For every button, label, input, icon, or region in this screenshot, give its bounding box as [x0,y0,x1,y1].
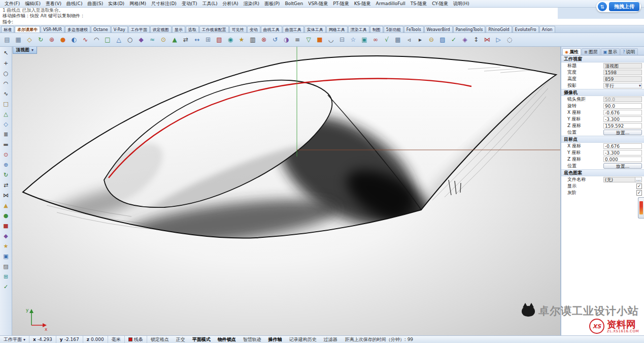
toolbar-icon[interactable]: ⇄ [181,35,191,45]
units-cell[interactable]: 毫米 [108,336,125,343]
side-toolbar-icon[interactable]: ★ [2,241,11,251]
side-toolbar-icon[interactable]: ↻ [2,170,11,179]
toolbar-tab[interactable]: 制图 [370,26,383,33]
toolbar-icon[interactable]: ■ [315,35,325,45]
property-value[interactable]: 顶视图 [603,63,642,69]
toolbar-icon[interactable]: ▤ [2,35,12,45]
menu-item[interactable]: KS-随意 [352,0,374,8]
toolbar-icon[interactable]: ● [58,35,68,45]
toolbar-icon[interactable]: ▣ [359,35,369,45]
active-layer-cell[interactable]: 线条 [125,336,147,343]
property-value[interactable]: 50.0 [603,97,642,102]
toolbar-icon[interactable]: ◡ [326,35,336,45]
status-toggle[interactable]: 记录建构历史 [286,336,320,343]
side-toolbar-icon[interactable]: ○ [2,69,11,78]
upload-button[interactable]: 拖拽上传 [609,2,639,11]
menu-item[interactable]: 说明(H) [451,0,472,8]
panel-tab[interactable]: ▣ 显示 [601,48,620,55]
toolbar-tab[interactable]: 实体工具 [304,26,326,33]
side-toolbar-icon[interactable]: ∿ [2,89,11,98]
panel-tab[interactable]: ◉ 属性 [562,48,581,55]
side-toolbar-icon[interactable]: ● [2,211,11,220]
upload-widget[interactable]: ⇅ 拖拽上传 [596,1,641,12]
toolbar-icon[interactable]: □ [103,35,113,45]
toolbar-icon[interactable]: ≈ [147,35,157,45]
toolbar-tab[interactable]: PanelingTools [453,26,486,33]
side-toolbar-icon[interactable]: ⊙ [2,150,11,159]
toolbar-tab[interactable]: 选取 [186,26,199,33]
toolbar-icon[interactable]: ↻ [36,35,46,45]
property-value[interactable]: 平行 [603,83,642,88]
status-toggle[interactable]: 平面模式 [189,336,214,343]
menu-item[interactable]: TS-随意 [408,0,429,8]
side-toolbar-icon[interactable]: + [2,58,11,68]
side-toolbar-icon[interactable]: ✓ [2,282,11,291]
property-value[interactable]: 0.000 [603,157,642,162]
toolbar-icon[interactable]: ↔ [192,35,202,45]
toolbar-tab[interactable]: 曲面工具 [283,26,304,33]
toolbar-tab[interactable]: FeTools [404,26,424,33]
viewport-top[interactable]: 顶视图 ▾ [12,47,561,335]
toolbar-tab[interactable]: 显示 [172,26,185,33]
toolbar-icon[interactable]: ▧ [214,35,224,45]
property-value[interactable]: -3.300 [603,116,642,122]
toolbar-tab[interactable]: 标准 [1,26,14,33]
property-value[interactable]: -0.676 [603,110,642,115]
menu-item[interactable]: 变动(T) [179,0,200,8]
toolbar-icon[interactable]: ◆ [136,35,146,45]
side-toolbar-icon[interactable]: ▨ [2,262,11,271]
property-value[interactable]: ✓ [636,190,642,196]
side-toolbar-icon[interactable]: ■ [2,221,11,230]
toolbar-icon[interactable]: ◑ [281,35,291,45]
panel-tab[interactable]: ≣ 图层 [582,48,600,55]
toolbar-icon[interactable]: ∞ [370,35,381,45]
toolbar-tab[interactable]: 工作视窗配置 [199,26,229,33]
toolbar-tab[interactable]: 可见性 [229,26,247,33]
toolbar-icon[interactable]: ⋈ [482,35,492,45]
toolbar-icon[interactable]: ✓ [449,35,459,45]
toolbar-icon[interactable]: ★ [236,35,247,45]
toolbar-icon[interactable]: ▦ [13,35,23,45]
side-toolbar-icon[interactable]: △ [2,109,11,118]
toolbar-icon[interactable]: ⊙ [158,35,168,45]
toolbar-icon[interactable]: ⊗ [259,35,269,45]
menu-item[interactable]: 曲面(S) [85,0,106,8]
toolbar-icon[interactable]: △ [114,35,124,45]
toolbar-tab[interactable]: 工作平面 [128,26,150,33]
toolbar-icon[interactable]: ◈ [460,35,470,45]
status-toggle[interactable]: 智慧轨迹 [240,336,265,343]
menu-item[interactable]: 网格(M) [127,0,149,8]
menu-item[interactable]: 尺寸标注(D) [149,0,179,8]
status-toggle[interactable]: 过滤器 [320,336,341,343]
side-toolbar-icon[interactable]: ⇄ [2,180,11,190]
menu-item[interactable]: 渲染(R) [241,0,262,8]
side-toolbar-icon[interactable]: ⊞ [2,272,11,281]
toolbar-tab[interactable]: 变动 [247,26,260,33]
side-toolbar-icon[interactable]: ≣ [2,130,11,139]
toolbar-tab[interactable]: V-Ray [111,26,128,33]
toolbar-icon[interactable]: ▷ [493,35,503,45]
menu-item[interactable]: 查看(V) [43,0,64,8]
side-toolbar-icon[interactable]: □ [2,99,11,108]
menu-item[interactable]: CY-随意 [429,0,451,8]
toolbar-tab[interactable]: 曲线工具 [261,26,282,33]
toolbar-tab[interactable]: 渲染工具 [348,26,369,33]
property-value[interactable]: 159.592 [603,123,642,129]
side-toolbar-icon[interactable]: ↖ [2,48,11,57]
toolbar-icon[interactable]: ◇ [24,35,35,45]
side-toolbar-icon[interactable]: ▣ [2,252,11,261]
toolbar-icon[interactable]: ∿ [80,35,90,45]
panel-tab[interactable]: ? 说明 [620,48,637,55]
status-toggle[interactable]: 正交 [173,336,189,343]
toolbar-tab[interactable]: 5新功能 [384,26,403,33]
menu-item[interactable]: 面板(P) [262,0,282,8]
status-toggle[interactable]: 锁定格点 [147,336,173,343]
toolbar-tab[interactable]: 网格工具 [326,26,348,33]
toolbar-icon[interactable]: ▽ [303,35,314,45]
toolbar-icon[interactable]: ▸ [415,35,425,45]
toolbar-tab[interactable]: VSR-MUR [41,26,64,33]
side-toolbar-icon[interactable]: ⋈ [2,191,11,200]
property-value[interactable]: (无) [603,177,642,182]
property-value[interactable]: ✓ [636,183,642,189]
toolbar-icon[interactable]: ◠ [91,35,101,45]
